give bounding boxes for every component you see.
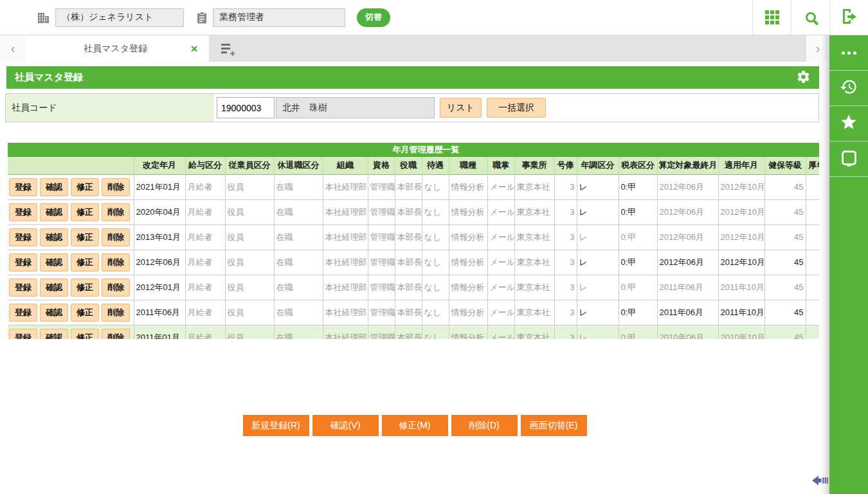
modify-button[interactable]: 修正(M): [382, 415, 448, 436]
apps-menu-button[interactable]: [752, 0, 791, 35]
sidebar-history-button[interactable]: [829, 71, 868, 106]
tab-scroll-right-button[interactable]: ›: [806, 35, 829, 62]
company-input[interactable]: [55, 8, 184, 27]
tab-employee-master[interactable]: 社員マスタ登録 ×: [26, 35, 209, 62]
table-cell: 2012年06月: [657, 224, 718, 250]
sidebar-more-button[interactable]: [829, 35, 868, 71]
column-header: 職掌: [487, 157, 514, 174]
column-header: 改定年月: [134, 157, 185, 174]
building-icon: [37, 12, 50, 24]
apps-grid-icon: [765, 10, 779, 24]
more-icon: [842, 51, 856, 55]
table-cell: [806, 224, 819, 250]
list-button[interactable]: リスト: [440, 98, 482, 118]
settings-button[interactable]: [796, 69, 811, 86]
table-cell: 在職: [274, 174, 323, 199]
row-register-button[interactable]: 登録: [9, 279, 37, 297]
sidebar-tray-button[interactable]: [829, 142, 868, 177]
table-row: 登録確認修正削除2012年06月月給者役員在職本社経理部管理職本部長なし情報分析…: [8, 250, 819, 275]
table-cell: 2011年10月: [718, 300, 764, 325]
row-modify-button[interactable]: 修正: [71, 329, 99, 340]
topbar-right: [752, 0, 868, 35]
collapse-panel-button[interactable]: [812, 475, 828, 486]
row-register-button[interactable]: 登録: [9, 203, 37, 221]
switch-role-button[interactable]: 切替: [357, 8, 390, 27]
table-cell: 本部長: [395, 325, 422, 339]
table-cell: 0:甲: [619, 250, 657, 275]
table-cell: メール: [487, 174, 514, 199]
row-confirm-button[interactable]: 確認: [40, 253, 68, 271]
confirm-button[interactable]: 確認(V): [312, 415, 379, 436]
row-delete-button[interactable]: 削除: [102, 203, 130, 221]
collapse-arrow-icon: [812, 477, 828, 488]
logout-button[interactable]: [829, 0, 868, 35]
table-cell: メール: [487, 325, 514, 339]
row-register-button[interactable]: 登録: [9, 253, 37, 271]
employee-code-input[interactable]: [217, 97, 275, 118]
table-cell: 2012年10月: [718, 174, 764, 199]
row-confirm-button[interactable]: 確認: [40, 178, 68, 196]
new-register-button[interactable]: 新規登録(R): [243, 415, 309, 436]
delete-button[interactable]: 削除(D): [451, 415, 518, 436]
row-confirm-button[interactable]: 確認: [40, 203, 68, 221]
row-confirm-button[interactable]: 確認: [40, 228, 68, 246]
row-modify-button[interactable]: 修正: [71, 228, 99, 246]
table-cell: 45: [764, 275, 806, 300]
table-cell: 45: [764, 300, 806, 325]
tab-scroll-left-button[interactable]: ‹: [0, 35, 26, 62]
row-modify-button[interactable]: 修正: [71, 253, 99, 271]
logout-icon: [840, 8, 858, 27]
row-modify-button[interactable]: 修正: [71, 203, 99, 221]
table-cell: レ: [577, 224, 619, 250]
row-modify-button[interactable]: 修正: [71, 279, 99, 297]
column-header: 組織: [323, 157, 368, 174]
table-cell: 月給者: [185, 300, 225, 325]
tab-label: 社員マスタ登録: [45, 43, 186, 55]
tab-close-icon[interactable]: ×: [186, 42, 203, 56]
table-cell: [806, 199, 819, 224]
row-delete-button[interactable]: 削除: [102, 178, 130, 196]
column-header: 資格: [368, 157, 395, 174]
table-cell: 本部長: [395, 275, 422, 300]
role-input[interactable]: [213, 8, 345, 27]
table-cell: 2010年10月: [718, 325, 764, 339]
add-tab-button[interactable]: +: [209, 35, 246, 62]
bulk-select-button[interactable]: 一括選択: [487, 98, 546, 118]
row-register-button[interactable]: 登録: [9, 178, 37, 196]
table-cell: レ: [577, 199, 619, 224]
row-confirm-button[interactable]: 確認: [40, 279, 68, 297]
column-header: 給与区分: [185, 157, 225, 174]
row-register-button[interactable]: 登録: [9, 329, 37, 340]
row-confirm-button[interactable]: 確認: [40, 304, 68, 322]
table-cell: 役員: [225, 250, 274, 275]
row-delete-button[interactable]: 削除: [102, 329, 130, 340]
table-cell: 在職: [274, 199, 323, 224]
row-delete-button[interactable]: 削除: [102, 304, 130, 322]
table-cell: 2012年10月: [718, 199, 764, 224]
sidebar-favorites-button[interactable]: [829, 106, 868, 142]
table-cell: 管理職: [368, 275, 395, 300]
table-cell: 2012年06月: [657, 250, 718, 275]
table-cell: 0:甲: [619, 199, 657, 224]
row-confirm-button[interactable]: 確認: [40, 329, 68, 340]
row-modify-button[interactable]: 修正: [71, 304, 99, 322]
search-button[interactable]: [791, 0, 829, 35]
search-icon: [806, 12, 816, 23]
row-delete-button[interactable]: 削除: [102, 253, 130, 271]
table-cell: 情報分析: [449, 199, 487, 224]
table-cell: 在職: [274, 325, 323, 339]
table-cell: 3: [554, 224, 577, 250]
table-cell: 管理職: [368, 300, 395, 325]
table-cell: 2021年01月: [134, 174, 185, 199]
row-register-button[interactable]: 登録: [9, 304, 37, 322]
table-cell: なし: [422, 325, 449, 339]
add-tab-icon: +: [221, 44, 234, 53]
row-actions: 登録確認修正削除: [9, 304, 132, 322]
screen-switch-button[interactable]: 画面切替(E): [521, 415, 587, 436]
table-cell: なし: [422, 250, 449, 275]
row-register-button[interactable]: 登録: [9, 228, 37, 246]
tray-icon: [840, 149, 858, 169]
row-delete-button[interactable]: 削除: [102, 228, 130, 246]
row-delete-button[interactable]: 削除: [102, 279, 130, 297]
row-modify-button[interactable]: 修正: [71, 178, 99, 196]
